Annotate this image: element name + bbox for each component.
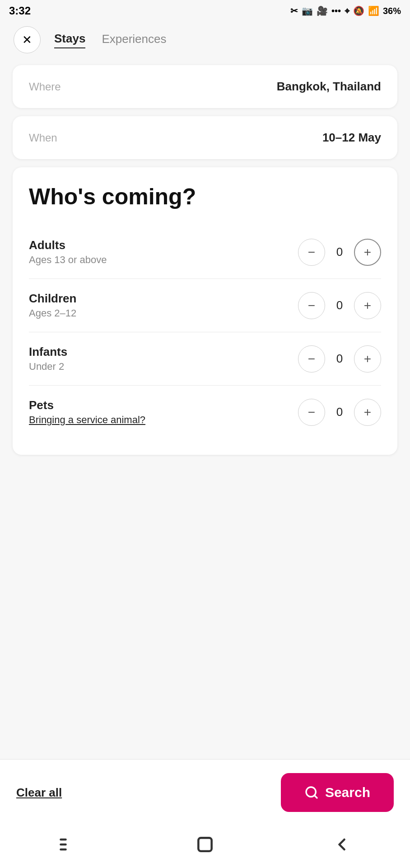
svg-rect-5 [198, 838, 211, 851]
children-label: Children [29, 292, 76, 306]
bottom-bar: Clear all Search [0, 759, 410, 826]
pets-counter: − 0 + [298, 399, 381, 426]
search-button-label: Search [325, 785, 370, 800]
when-card[interactable]: When 10–12 May [13, 116, 397, 159]
where-label: Where [29, 80, 61, 93]
close-icon: ✕ [22, 33, 32, 47]
home-icon [195, 835, 215, 854]
infants-ages: Under 2 [29, 361, 67, 373]
infants-decrement-button[interactable]: − [298, 345, 325, 373]
header: ✕ Stays Experiences [0, 20, 410, 61]
status-bar: 3:32 ✂ 📷 🎥 ••• ⌖ 🔕 📶 36% [0, 0, 410, 20]
adults-count: 0 [333, 245, 346, 259]
status-time: 3:32 [9, 5, 31, 17]
adults-decrement-button[interactable]: − [298, 239, 325, 266]
search-icon [304, 785, 319, 800]
camera-icon: 🎥 [317, 5, 328, 16]
nav-menu-button[interactable] [58, 835, 78, 854]
notification-icon: ✂ [290, 5, 298, 16]
infants-counter: − 0 + [298, 345, 381, 373]
mute-icon: 🔕 [353, 5, 364, 16]
guest-row-children: Children Ages 2–12 − 0 + [29, 279, 381, 332]
infants-label: Infants [29, 345, 67, 359]
children-decrement-button[interactable]: − [298, 292, 325, 319]
back-icon [332, 835, 352, 854]
svg-line-1 [314, 795, 317, 798]
tabs: Stays Experiences [54, 32, 166, 48]
menu-icon [58, 835, 78, 854]
tab-stays[interactable]: Stays [54, 32, 85, 48]
whos-coming-card: Who's coming? Adults Ages 13 or above − … [13, 167, 397, 455]
infants-increment-button[interactable]: + [354, 345, 381, 373]
clear-all-button[interactable]: Clear all [16, 786, 62, 800]
pets-count: 0 [333, 405, 346, 419]
bluetooth-icon: ⌖ [345, 6, 349, 16]
adults-ages: Ages 13 or above [29, 254, 107, 266]
children-increment-button[interactable]: + [354, 292, 381, 319]
nav-bar [0, 826, 410, 868]
search-button[interactable]: Search [281, 773, 394, 812]
children-count: 0 [333, 298, 346, 312]
nav-back-button[interactable] [332, 835, 352, 854]
pets-increment-button[interactable]: + [354, 399, 381, 426]
close-button[interactable]: ✕ [14, 26, 41, 53]
pets-label: Pets [29, 398, 145, 412]
nav-home-button[interactable] [195, 835, 215, 854]
adults-increment-button[interactable]: + [354, 239, 381, 266]
children-ages: Ages 2–12 [29, 307, 76, 319]
pets-decrement-button[interactable]: − [298, 399, 325, 426]
adults-counter: − 0 + [298, 239, 381, 266]
main-content: Where Bangkok, Thailand When 10–12 May W… [0, 61, 410, 759]
instagram-icon: 📷 [302, 5, 313, 16]
guest-row-pets: Pets Bringing a service animal? − 0 + [29, 386, 381, 439]
battery-text: 36% [383, 6, 401, 16]
when-value: 10–12 May [322, 131, 381, 145]
tab-experiences[interactable]: Experiences [102, 32, 166, 48]
guest-row-infants: Infants Under 2 − 0 + [29, 332, 381, 386]
adults-label: Adults [29, 238, 107, 252]
children-counter: − 0 + [298, 292, 381, 319]
whos-coming-title: Who's coming? [29, 184, 381, 209]
guest-row-adults: Adults Ages 13 or above − 0 + [29, 226, 381, 279]
status-icons: ✂ 📷 🎥 ••• ⌖ 🔕 📶 36% [290, 5, 401, 16]
more-icon: ••• [331, 6, 341, 16]
wifi-icon: 📶 [368, 5, 379, 16]
service-animal-link[interactable]: Bringing a service animal? [29, 414, 145, 426]
where-card[interactable]: Where Bangkok, Thailand [13, 65, 397, 108]
where-value: Bangkok, Thailand [277, 80, 381, 94]
when-label: When [29, 132, 57, 144]
infants-count: 0 [333, 352, 346, 366]
